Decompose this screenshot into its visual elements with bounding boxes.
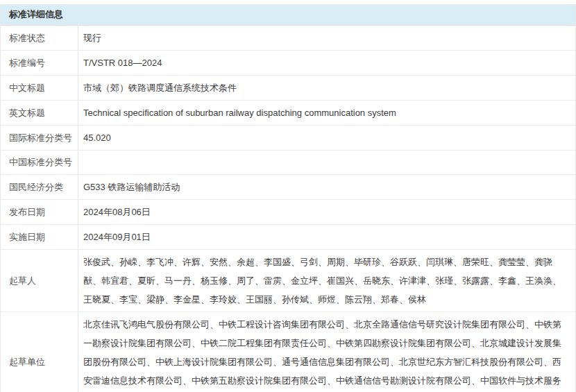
row-publish-date: 发布日期 2024年08月06日 (1, 200, 575, 225)
field-value: G533 铁路运输辅助活动 (78, 175, 575, 199)
field-label: 国民经济分类 (1, 175, 78, 199)
standard-detail-panel: 标准详细信息 标准状态 现行 标准编号 T/VSTR 018—2024 中文标题… (0, 4, 576, 392)
field-label: 中国标准分类号 (1, 151, 78, 174)
row-implement-date: 实施日期 2024年09月01日 (1, 225, 575, 250)
field-value: 2024年09月01日 (78, 225, 575, 249)
field-value: 市域（郊）铁路调度通信系统技术条件 (78, 76, 575, 100)
field-value: T/VSTR 018—2024 (78, 51, 575, 75)
row-english-title: 英文标题 Technical specification of suburban… (1, 101, 575, 126)
row-ics-number: 国际标准分类号 45.020 (1, 126, 575, 151)
field-label: 标准编号 (1, 51, 78, 75)
row-drafting-units: 起草单位 北京佳讯飞鸿电气股份有限公司、中铁工程设计咨询集团有限公司、北京全路通… (1, 312, 575, 392)
row-chinese-title: 中文标题 市域（郊）铁路调度通信系统技术条件 (1, 76, 575, 101)
row-standard-number: 标准编号 T/VSTR 018—2024 (1, 51, 575, 76)
field-value: Technical specification of suburban rail… (78, 101, 575, 125)
field-value: 2024年08月06日 (78, 200, 575, 224)
panel-title: 标准详细信息 (1, 5, 575, 26)
row-standard-status: 标准状态 现行 (1, 26, 575, 51)
field-label: 英文标题 (1, 101, 78, 125)
field-value: 45.020 (78, 126, 575, 150)
row-drafters: 起草人 张俊武、孙嵘、李飞冲、许辉、安然、余超、李国盛、弓剑、周期、毕研珍、谷跃… (1, 250, 575, 312)
field-label: 起草单位 (1, 312, 78, 392)
field-label: 国际标准分类号 (1, 126, 78, 150)
row-economic-classification: 国民经济分类 G533 铁路运输辅助活动 (1, 175, 575, 200)
field-value (78, 151, 575, 174)
field-label: 发布日期 (1, 200, 78, 224)
field-label: 实施日期 (1, 225, 78, 249)
field-value: 现行 (78, 26, 575, 50)
field-label: 中文标题 (1, 76, 78, 100)
field-value: 北京佳讯飞鸿电气股份有限公司、中铁工程设计咨询集团有限公司、北京全路通信信号研究… (78, 312, 575, 392)
field-label: 起草人 (1, 250, 78, 312)
field-value: 张俊武、孙嵘、李飞冲、许辉、安然、余超、李国盛、弓剑、周期、毕研珍、谷跃跃、闫琪… (78, 250, 575, 312)
row-ccs-number: 中国标准分类号 (1, 151, 575, 175)
field-label: 标准状态 (1, 26, 78, 50)
